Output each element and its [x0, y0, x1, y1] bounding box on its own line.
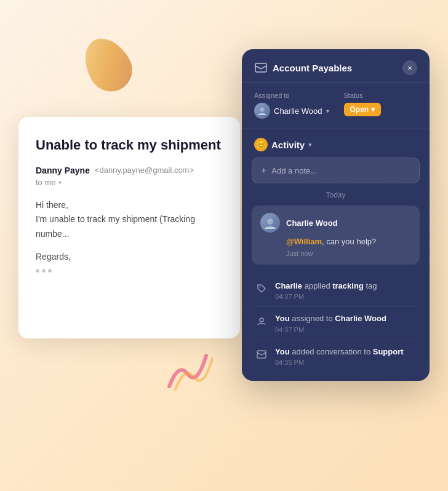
- assigned-value[interactable]: Charlie Wood ▾: [254, 103, 329, 119]
- panel-meta: Assigned to Charlie Wood ▾ Status Open ▾: [242, 83, 430, 129]
- chat-message-text: , can you help?: [322, 237, 376, 246]
- activity-title: Activity: [271, 140, 305, 150]
- sender-email: <danny.payne@gmail.com>: [95, 166, 194, 175]
- chat-time: Just now: [286, 250, 411, 257]
- chat-avatar: [260, 213, 280, 233]
- add-note-label: Add a note...: [271, 166, 317, 175]
- svg-point-4: [260, 318, 263, 322]
- today-label: Today: [242, 191, 430, 199]
- activity-2-assignee: Charlie Wood: [335, 314, 386, 323]
- activity-3-target: Support: [373, 347, 404, 356]
- email-body: Hi there, I'm unable to track my shipmen…: [36, 198, 223, 242]
- divider-1: [254, 306, 417, 307]
- assigned-name: Charlie Wood: [274, 106, 322, 116]
- panel-title-row: Account Payables: [254, 62, 352, 73]
- assigned-group: Assigned to Charlie Wood ▾: [254, 92, 329, 119]
- activity-item-tag: Charlie applied tracking tag 04:37 PM: [242, 276, 430, 305]
- add-note-plus-icon: +: [261, 165, 266, 176]
- svg-rect-5: [257, 351, 266, 358]
- chat-bubble-header: Charlie Wood: [260, 213, 411, 233]
- activity-2-you: You: [275, 314, 290, 323]
- chat-author: Charlie Wood: [286, 218, 338, 228]
- dot-1: [36, 269, 39, 273]
- activity-item-assign: You assigned to Charlie Wood 04:37 PM: [242, 308, 430, 338]
- divider-2: [254, 340, 417, 340]
- panel-title: Account Payables: [273, 63, 352, 73]
- activity-item-2-time: 04:37 PM: [275, 326, 417, 333]
- activity-item-1-time: 04:37 PM: [275, 293, 417, 300]
- status-badge[interactable]: Open ▾: [344, 103, 382, 116]
- svg-point-1: [260, 108, 265, 112]
- activity-3-you: You: [275, 347, 290, 356]
- chat-message: @William, can you help?: [286, 236, 411, 247]
- close-button[interactable]: ×: [402, 60, 417, 75]
- email-to-row: to me ▾: [36, 178, 223, 187]
- email-subject: Unable to track my shipment: [36, 137, 223, 154]
- activity-item-1-content: Charlie applied tracking tag 04:37 PM: [275, 281, 417, 300]
- activity-item-3-content: You added conversation to Support 04:35 …: [275, 346, 417, 366]
- decorative-teardrop: [75, 30, 140, 100]
- activity-chevron-icon[interactable]: ▾: [308, 141, 312, 149]
- chat-mention: @William: [286, 237, 322, 246]
- tag-icon: [254, 281, 269, 296]
- inbox-activity-icon: [254, 347, 269, 362]
- status-value: Open: [350, 105, 369, 114]
- status-group: Status Open ▾: [344, 92, 382, 119]
- activity-header: 😊 Activity ▾: [242, 129, 430, 158]
- email-to-label: to me: [36, 178, 56, 187]
- svg-rect-0: [255, 63, 266, 72]
- inbox-icon: [254, 62, 268, 73]
- email-regards: Regards,: [36, 252, 223, 261]
- activity-1-tag: tracking: [332, 281, 364, 290]
- activity-item-3-time: 04:35 PM: [275, 359, 417, 366]
- activity-emoji-icon: 😊: [254, 138, 268, 151]
- assigned-label: Assigned to: [254, 92, 329, 99]
- email-card: Unable to track my shipment Danny Payne …: [18, 117, 240, 338]
- activity-item-3-text: You added conversation to Support: [275, 346, 417, 357]
- email-ellipsis[interactable]: [36, 269, 223, 273]
- person-icon: [254, 314, 269, 329]
- svg-point-3: [260, 287, 261, 288]
- status-label: Status: [344, 92, 382, 99]
- chat-bubble: Charlie Wood @William, can you help? Jus…: [252, 206, 420, 265]
- add-note-button[interactable]: + Add a note...: [252, 158, 420, 183]
- activity-item-2-content: You assigned to Charlie Wood 04:37 PM: [275, 313, 417, 333]
- activity-log: Charlie applied tracking tag 04:37 PM Yo…: [242, 273, 430, 381]
- email-sender-row: Danny Payne <danny.payne@gmail.com>: [36, 166, 223, 175]
- to-dropdown-icon[interactable]: ▾: [58, 179, 62, 186]
- assigned-avatar: [254, 103, 270, 119]
- decorative-squiggle: [157, 343, 218, 393]
- assigned-chevron-icon: ▾: [326, 108, 329, 114]
- activity-item-inbox: You added conversation to Support 04:35 …: [242, 341, 430, 371]
- account-payables-panel: Account Payables × Assigned to Charlie W…: [242, 49, 430, 381]
- svg-point-2: [267, 218, 273, 225]
- sender-name: Danny Payne: [36, 166, 90, 175]
- activity-item-1-text: Charlie applied tracking tag: [275, 281, 417, 292]
- status-chevron-icon: ▾: [371, 105, 375, 114]
- panel-header: Account Payables ×: [242, 49, 430, 83]
- dot-3: [48, 269, 52, 273]
- dot-2: [42, 269, 46, 273]
- activity-item-2-text: You assigned to Charlie Wood: [275, 313, 417, 324]
- activity-1-user: Charlie: [275, 281, 302, 290]
